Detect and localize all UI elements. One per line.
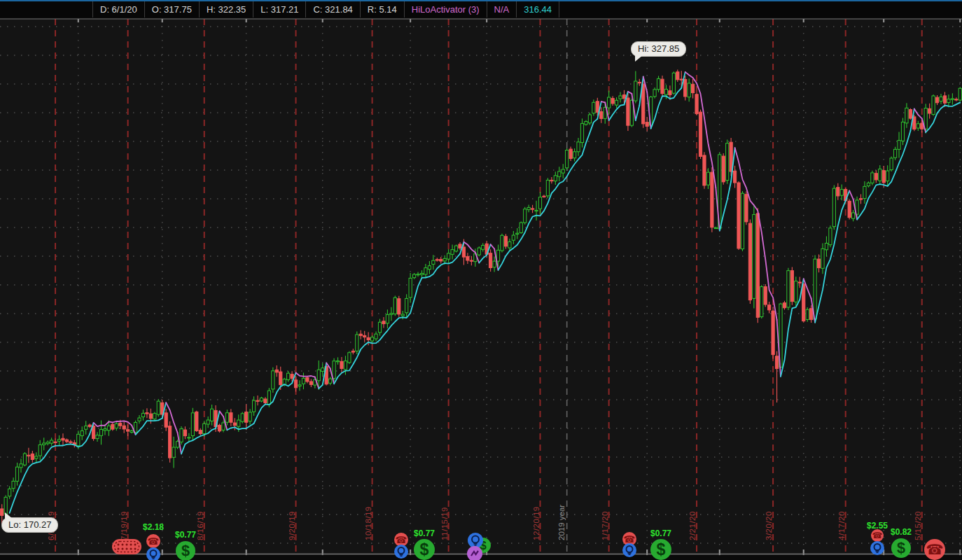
dividend-icon[interactable]: $ [891,538,911,558]
svg-text:$: $ [181,542,190,559]
idea-icon[interactable] [870,541,884,555]
date-label: 8/16/19 [196,511,204,540]
ohlc-header-bar: D: 6/1/20O: 317.75H: 322.35L: 317.21C: 3… [0,1,962,18]
date-label: 3/20/20 [765,511,773,540]
svg-text:☎: ☎ [926,541,943,558]
earnings-call-icon[interactable]: ☎ [146,534,160,548]
date-label: 9/20/19 [288,511,296,540]
chart-background [0,19,962,554]
header-field: C: 321.84 [305,1,359,18]
date-label: 5/15/20 [914,511,922,540]
header-field[interactable]: HiLoActivator (3) [404,1,487,18]
header-field: O: 317.75 [144,1,199,18]
idea-icon[interactable] [622,543,636,557]
date-label: 1/17/20 [601,511,609,540]
earnings-call-icon[interactable]: ☎ [871,529,884,542]
date-label: 2/21/20 [688,511,697,540]
header-field: D: 6/1/20 [92,1,144,18]
date-label: 10/18/19 [364,506,372,540]
trading-chart-window: D: 6/1/20O: 317.75H: 322.35L: 317.21C: 3… [0,0,962,560]
price-chart-canvas[interactable]: 2019 year6/21/197/19/198/16/199/20/1910/… [0,1,962,560]
svg-text:☎: ☎ [872,531,882,540]
year-label: 2019 year [557,505,566,540]
header-field: R: 5.14 [360,1,404,18]
header-field: H: 322.35 [199,1,253,18]
date-label: 4/17/20 [837,511,846,540]
date-label: 11/15/19 [440,507,449,540]
date-label: 12/20/19 [532,506,541,540]
event-cluster-icon[interactable] [111,537,143,556]
idea-icon[interactable] [146,547,160,560]
svg-text:$: $ [897,539,905,556]
date-label: 6/21/19 [47,511,55,540]
dividend-icon[interactable]: $ [414,539,435,560]
analyst-trend-icon[interactable] [467,546,482,560]
dividend-icon[interactable]: $ [176,541,195,560]
svg-text:☎: ☎ [148,536,160,547]
dividend-icon[interactable]: $ [650,539,671,560]
earnings-call-icon[interactable]: ☎ [924,539,945,560]
header-field[interactable]: N/A [487,1,517,18]
date-label: 7/19/19 [120,511,128,540]
header-field: L: 317.21 [253,1,305,18]
idea-icon[interactable] [394,545,408,559]
svg-text:$: $ [657,540,666,559]
header-field[interactable]: 316.44 [516,1,559,18]
svg-text:$: $ [420,540,429,559]
svg-text:☎: ☎ [396,534,407,545]
